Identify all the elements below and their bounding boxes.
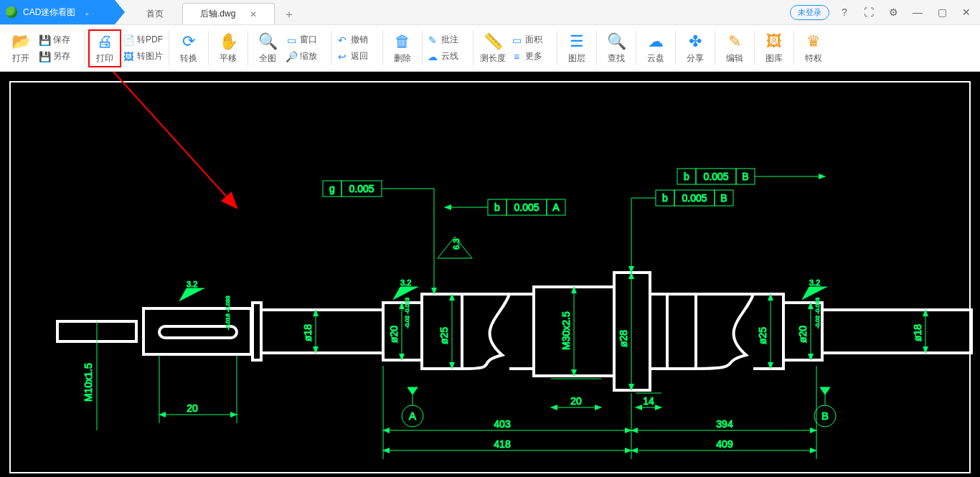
- toolbar: 📂 打开 💾保存 💾另存 🖨 打印 📄转PDF 🖼转图片 ⟳转换 ✋平移 🔍全图…: [0, 24, 980, 72]
- svg-text:A: A: [409, 410, 416, 422]
- svg-text:b: b: [662, 192, 668, 204]
- svg-text:ø18: ø18: [912, 324, 923, 341]
- svg-text:ø18: ø18: [302, 324, 314, 341]
- vip-button[interactable]: ♛特权: [797, 32, 830, 65]
- drawing-canvas[interactable]: M10x1.5 20 3.2 ø18 -0.016 -0.033 ø20 -0.…: [0, 72, 980, 477]
- back-button[interactable]: ↩返回: [336, 50, 378, 62]
- zoom-icon: 🔎: [286, 51, 297, 62]
- undo-button[interactable]: ↶撤销: [336, 34, 378, 46]
- app-title: CAD迷你看图: [23, 6, 75, 19]
- vip-icon: ♛: [804, 32, 823, 51]
- folder-open-icon: 📂: [11, 32, 30, 51]
- clouddisk-button[interactable]: ☁云盘: [639, 32, 672, 65]
- trash-icon: 🗑: [393, 32, 412, 51]
- pan-button[interactable]: ✋平移: [212, 32, 245, 65]
- fit-button[interactable]: 🔍全图: [251, 32, 284, 65]
- tab-label: 后轴.dwg: [200, 8, 235, 20]
- to-image-button[interactable]: 🖼转图片: [123, 50, 164, 62]
- close-window-icon[interactable]: ✕: [957, 3, 976, 22]
- find-button[interactable]: 🔍查找: [600, 32, 633, 65]
- annotate-icon: ✎: [427, 34, 438, 46]
- cloud-icon: ☁: [427, 51, 438, 62]
- svg-text:B: B: [720, 192, 727, 204]
- edit-icon: ✎: [725, 32, 744, 51]
- svg-text:ø25: ø25: [757, 327, 768, 344]
- save-button[interactable]: 💾保存: [39, 34, 80, 46]
- tab-strip: 首页 后轴.dwg ✕ ＋: [129, 0, 299, 24]
- convert-button[interactable]: ⟳转换: [172, 32, 205, 65]
- svg-rect-12: [667, 294, 696, 369]
- print-button[interactable]: 🖨 打印: [88, 29, 121, 67]
- open-button[interactable]: 📂 打开: [4, 32, 37, 65]
- svg-text:b: b: [684, 171, 689, 182]
- login-button[interactable]: 未登录: [790, 5, 829, 20]
- svg-text:3.2: 3.2: [400, 278, 411, 287]
- saveas-button[interactable]: 💾另存: [39, 50, 80, 62]
- svg-text:20: 20: [187, 402, 198, 414]
- hand-icon: ✋: [219, 32, 237, 51]
- undo-icon: ↶: [336, 34, 348, 46]
- refresh-icon: ⟳: [179, 32, 198, 51]
- svg-text:20: 20: [570, 395, 582, 407]
- image-icon: 🖼: [123, 51, 134, 62]
- fit-icon: 🔍: [258, 32, 277, 51]
- back-icon: ↩: [336, 51, 348, 62]
- window-icon: ▭: [286, 34, 297, 46]
- tab-close-icon[interactable]: ✕: [250, 9, 257, 19]
- more-button[interactable]: ≡更多: [511, 50, 552, 62]
- measure-button[interactable]: 📏测长度: [476, 32, 509, 65]
- svg-text:M30x2.5: M30x2.5: [560, 311, 572, 350]
- window-button[interactable]: ▭窗口: [286, 34, 327, 46]
- svg-text:b: b: [494, 202, 500, 213]
- svg-text:-0.016
-0.033: -0.016 -0.033: [225, 296, 231, 330]
- svg-text:0.005: 0.005: [514, 202, 539, 213]
- chevron-down-icon: ⌄: [84, 9, 90, 16]
- svg-text:0.005: 0.005: [682, 192, 707, 204]
- to-pdf-button[interactable]: 📄转PDF: [123, 34, 164, 46]
- svg-text:3.2: 3.2: [187, 280, 197, 288]
- svg-text:ø20: ø20: [388, 326, 400, 343]
- svg-text:ø25: ø25: [438, 327, 450, 344]
- annotate-button[interactable]: ✎批注: [427, 34, 468, 46]
- svg-text:ø28: ø28: [618, 330, 629, 347]
- maximize-icon[interactable]: ▢: [933, 3, 951, 22]
- share-button[interactable]: ✤分享: [679, 32, 712, 65]
- layer-button[interactable]: ☰图层: [560, 32, 593, 65]
- svg-text:3.2: 3.2: [809, 278, 820, 287]
- svg-text:ø20: ø20: [797, 326, 809, 343]
- gallery-button[interactable]: 🖼图库: [758, 32, 791, 65]
- clouddisk-icon: ☁: [646, 32, 665, 51]
- area-button[interactable]: ▭面积: [511, 34, 552, 46]
- layers-icon: ☰: [567, 32, 586, 51]
- svg-text:409: 409: [716, 438, 733, 450]
- cloudline-button[interactable]: ☁云线: [427, 50, 468, 62]
- svg-text:B: B: [821, 410, 829, 422]
- saveas-icon: 💾: [39, 51, 50, 62]
- app-menu[interactable]: CAD迷你看图 ⌄: [0, 0, 115, 24]
- svg-text:6.3: 6.3: [452, 239, 461, 250]
- tab-home[interactable]: 首页: [129, 3, 181, 24]
- svg-text:0.005: 0.005: [703, 171, 728, 182]
- settings-icon[interactable]: ⚙: [884, 3, 903, 22]
- edit-button[interactable]: ✎编辑: [718, 32, 751, 65]
- title-right: 未登录 ? ⛶ ⚙ — ▢ ✕: [790, 0, 976, 24]
- svg-text:-0.02
-0.033: -0.02 -0.033: [814, 297, 821, 329]
- svg-text:403: 403: [494, 418, 511, 430]
- share-icon: ✤: [686, 32, 705, 51]
- svg-text:A: A: [552, 202, 560, 213]
- area-icon: ▭: [511, 34, 522, 46]
- save-icon: 💾: [39, 34, 50, 46]
- new-tab-button[interactable]: ＋: [279, 4, 299, 24]
- svg-rect-14: [822, 310, 971, 353]
- tab-file[interactable]: 后轴.dwg ✕: [182, 3, 275, 24]
- svg-text:M10x1.5: M10x1.5: [83, 363, 94, 402]
- svg-text:B: B: [742, 171, 748, 182]
- delete-button[interactable]: 🗑删除: [386, 32, 419, 65]
- zoom-button[interactable]: 🔎缩放: [286, 50, 327, 62]
- help-icon[interactable]: ?: [835, 3, 854, 22]
- printer-icon: 🖨: [95, 32, 114, 51]
- svg-text:0.005: 0.005: [349, 183, 374, 194]
- svg-text:418: 418: [494, 438, 511, 450]
- fullscreen-icon[interactable]: ⛶: [859, 3, 878, 22]
- minimize-icon[interactable]: —: [908, 3, 927, 22]
